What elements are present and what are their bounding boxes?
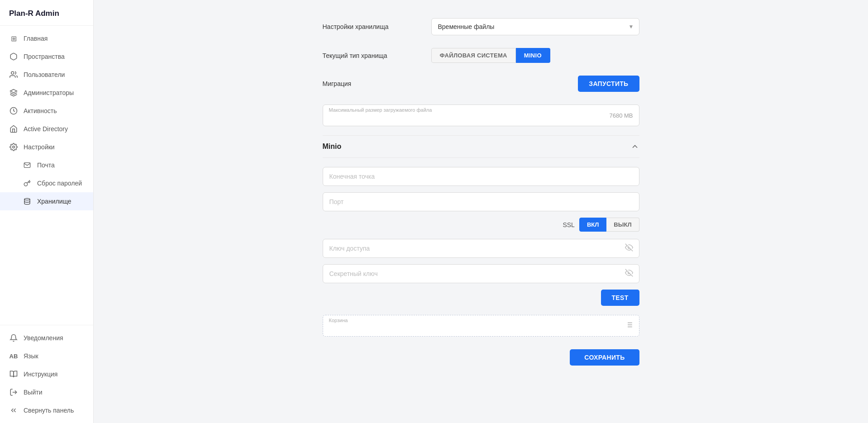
home-icon: ⊞ [9,34,18,43]
language-icon: АВ [9,352,18,361]
secret-key-eye-icon[interactable] [625,269,633,279]
sidebar-label-spaces: Пространства [24,53,65,60]
sidebar-item-activity[interactable]: Активность [0,102,93,120]
migration-label: Миграция [323,80,422,87]
sidebar-item-language[interactable]: АВ Язык [0,347,93,365]
minio-section-title: Minio [323,143,342,151]
ssl-off-button[interactable]: ВЫКЛ [606,218,639,232]
save-row: СОХРАНИТЬ [323,349,639,366]
sidebar-label-logout: Выйти [24,389,42,396]
logout-icon [9,388,18,397]
test-row: TEST [323,290,639,306]
collapse-icon [9,406,18,415]
sidebar-item-collapse[interactable]: Свернуть панель [0,401,93,419]
run-button[interactable]: ЗАПУСТИТЬ [578,76,639,92]
sidebar-item-mail[interactable]: Почта [0,156,93,174]
sidebar-label-admins: Администраторы [24,89,74,96]
notifications-icon [9,333,18,342]
sidebar-label-collapse: Свернуть панель [24,407,74,414]
sidebar-label-users: Пользователи [24,71,65,78]
storage-settings-row: Настройки хранилища Временные файлы Пост… [323,18,639,35]
sidebar-item-spaces[interactable]: Пространства [0,48,93,66]
sidebar-item-settings[interactable]: Настройки [0,138,93,156]
bucket-input[interactable]: plan-r-documents [323,315,639,337]
bucket-list-icon[interactable] [625,321,633,331]
spaces-icon [9,52,18,61]
ssl-toggle: ВКЛ ВЫКЛ [579,218,639,232]
active-directory-icon [9,124,18,133]
svg-point-3 [24,198,30,200]
access-key-input[interactable] [323,239,639,258]
storage-icon [23,197,32,206]
sidebar-item-instructions[interactable]: Инструкция [0,365,93,383]
sidebar-label-storage: Хранилище [37,198,72,205]
content-area: Настройки хранилища Временные файлы Пост… [323,18,639,366]
settings-icon [9,143,18,152]
storage-select[interactable]: Временные файлы Постоянные файлы [431,18,639,35]
sidebar-label-activity: Активность [24,107,57,114]
sidebar-item-admins[interactable]: Администраторы [0,84,93,102]
storage-settings-label: Настройки хранилища [323,23,422,30]
migration-row: Миграция ЗАПУСТИТЬ [323,76,639,92]
sidebar-label-home: Главная [24,35,48,42]
main-content: Настройки хранилища Временные файлы Пост… [94,0,868,423]
access-key-eye-icon[interactable] [625,243,633,253]
sidebar-item-logout[interactable]: Выйти [0,383,93,401]
sidebar-label-reset-password: Сброс паролей [37,180,82,187]
access-key-wrapper [323,239,639,258]
ssl-row: SSL ВКЛ ВЫКЛ [323,218,639,232]
svg-point-2 [13,146,15,148]
secret-key-input[interactable] [323,264,639,283]
ssl-label: SSL [563,221,574,228]
sidebar-item-notifications[interactable]: Уведомления [0,329,93,347]
sidebar-item-home[interactable]: ⊞ Главная [0,29,93,48]
minio-button[interactable]: MINIO [516,48,550,63]
sidebar-label-active-directory: Active Directory [24,125,68,133]
mail-icon [23,161,32,170]
sidebar-label-mail: Почта [37,162,55,169]
sidebar-label-settings: Настройки [24,143,55,151]
current-storage-row: Текущий тип хранища ФАЙЛОВАЯ СИСТЕМА MIN… [323,48,639,63]
sidebar-item-storage[interactable]: Хранилище [0,192,93,210]
bucket-label: Корзина [329,318,348,323]
svg-point-0 [11,71,14,74]
sidebar-item-users[interactable]: Пользователи [0,66,93,84]
sidebar-label-instructions: Инструкция [24,371,57,378]
file-size-label: Максимальный размер загружаемого файла [329,107,432,113]
sidebar-label-notifications: Уведомления [24,334,63,342]
sidebar: Plan-R Admin ⊞ Главная Пространства Поль… [0,0,94,423]
instructions-icon [9,370,18,379]
minio-section-header: Minio [323,135,639,158]
users-icon [9,70,18,79]
sidebar-label-language: Язык [24,352,38,360]
storage-select-wrapper: Временные файлы Постоянные файлы ▼ [431,18,639,35]
save-button[interactable]: СОХРАНИТЬ [570,349,639,366]
activity-icon [9,106,18,115]
sidebar-bottom: Уведомления АВ Язык Инструкция Выйти Све… [0,325,93,423]
app-logo: Plan-R Admin [0,0,93,26]
sidebar-nav: ⊞ Главная Пространства Пользователи Адми… [0,26,93,325]
filesystem-button[interactable]: ФАЙЛОВАЯ СИСТЕМА [431,48,516,63]
secret-key-wrapper [323,264,639,283]
test-button[interactable]: TEST [601,290,639,306]
migration-control: ЗАПУСТИТЬ [431,76,639,92]
bucket-field: Корзина plan-r-documents [323,315,639,337]
reset-password-icon [23,179,32,188]
storage-type-control: ФАЙЛОВАЯ СИСТЕМА MINIO [431,48,639,63]
admins-icon [9,88,18,97]
ssl-on-button[interactable]: ВКЛ [579,218,606,232]
file-size-field: Максимальный размер загружаемого файла 8… [323,105,639,126]
storage-type-buttons: ФАЙЛОВАЯ СИСТЕМА MINIO [431,48,639,63]
sidebar-item-active-directory[interactable]: Active Directory [0,120,93,138]
current-storage-label: Текущий тип хранища [323,52,422,59]
storage-settings-control: Временные файлы Постоянные файлы ▼ [431,18,639,35]
sidebar-item-reset-password[interactable]: Сброс паролей [0,174,93,192]
endpoint-input[interactable] [323,167,639,186]
minio-collapse-button[interactable] [630,142,639,151]
max-file-size-row: Максимальный размер загружаемого файла 8… [323,105,639,126]
file-size-unit: 7680 MB [609,112,633,119]
port-input[interactable] [323,192,639,211]
